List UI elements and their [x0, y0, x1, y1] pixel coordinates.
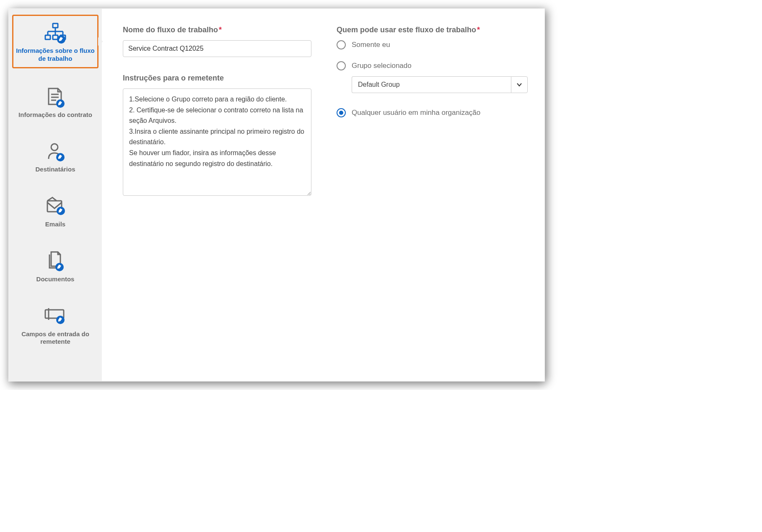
sidebar-item-label: Informações do contrato [15, 111, 96, 119]
sidebar-item-emails[interactable]: Emails [12, 189, 98, 233]
radio-button[interactable] [337, 40, 346, 49]
sender-fields-icon [15, 305, 96, 328]
sidebar-item-label: Destinatários [15, 166, 96, 174]
workflow-name-label: Nome do fluxo de trabalho* [123, 26, 311, 34]
recipients-icon [15, 140, 96, 163]
workflow-info-icon [16, 22, 95, 44]
svg-rect-0 [53, 23, 58, 28]
radio-button[interactable] [337, 61, 346, 70]
group-select-toggle[interactable] [511, 76, 528, 93]
documents-icon [15, 250, 96, 273]
sidebar-item-label: Documentos [15, 275, 96, 283]
radio-label: Grupo selecionado [352, 62, 412, 70]
radio-only-me[interactable]: Somente eu [337, 40, 528, 49]
sidebar-item-recipients[interactable]: Destinatários [12, 135, 98, 178]
instructions-label: Instruções para o remetente [123, 74, 311, 83]
required-marker: * [477, 26, 480, 34]
sidebar-item-workflow-info[interactable]: Informações sobre o fluxo de trabalho [12, 15, 98, 68]
svg-rect-1 [45, 35, 50, 39]
contract-info-icon [15, 86, 96, 109]
group-select[interactable]: Default Group [352, 76, 528, 93]
radio-label: Qualquer usuário em minha organização [352, 109, 480, 117]
radio-label: Somente eu [352, 41, 390, 49]
right-column: Quem pode usar este fluxo de trabalho* S… [337, 26, 528, 364]
svg-point-14 [51, 144, 58, 151]
workflow-name-block: Nome do fluxo de trabalho* [123, 26, 311, 57]
sidebar-item-label: Informações sobre o fluxo de trabalho [16, 47, 95, 63]
sidebar-item-contract-info[interactable]: Informações do contrato [12, 80, 98, 123]
instructions-block: Instruções para o remetente [123, 74, 311, 197]
left-column: Nome do fluxo de trabalho* Instruções pa… [123, 26, 311, 364]
radio-button[interactable] [337, 108, 346, 117]
who-can-use-label: Quem pode usar este fluxo de trabalho* [337, 26, 528, 34]
app-frame: Informações sobre o fluxo de trabalho In… [8, 8, 545, 381]
radio-any-user[interactable]: Qualquer usuário em minha organização [337, 108, 528, 117]
sidebar-item-label: Emails [15, 221, 96, 228]
main-panel: Nome do fluxo de trabalho* Instruções pa… [102, 9, 544, 381]
sidebar: Informações sobre o fluxo de trabalho In… [9, 9, 102, 381]
sidebar-item-documents[interactable]: Documentos [12, 244, 98, 288]
workflow-name-input[interactable] [123, 40, 311, 57]
required-marker: * [219, 26, 222, 34]
radio-selected-group[interactable]: Grupo selecionado [337, 61, 528, 70]
group-select-value: Default Group [352, 76, 511, 93]
chevron-down-icon [516, 81, 523, 88]
sidebar-item-sender-fields[interactable]: Campos de entrada do remetente [12, 299, 98, 350]
emails-icon [15, 195, 96, 218]
sidebar-item-label: Campos de entrada do remetente [15, 330, 96, 346]
instructions-textarea[interactable] [123, 88, 311, 196]
